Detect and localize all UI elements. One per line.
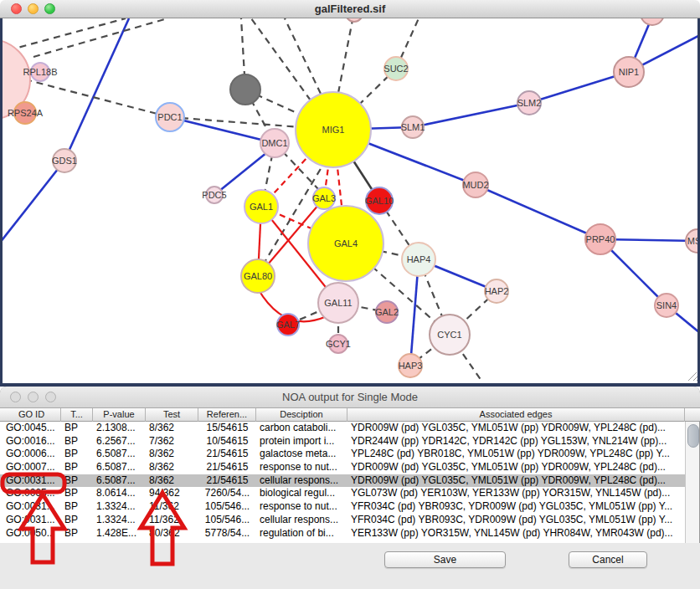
node-gal3-label: GAL3	[312, 193, 336, 203]
network-edge-blue	[64, 18, 129, 161]
noa-window: NOA output for Single Mode GO IDT...P-va…	[0, 387, 700, 589]
node-pdc5-label: PDC5	[202, 190, 226, 200]
noa-window-title: NOA output for Single Mode	[0, 391, 700, 403]
node-gal2-label: GAL2	[375, 307, 399, 317]
node-slm1-label: SLM1	[401, 122, 425, 132]
table-cell: GO:0031...	[3, 474, 61, 488]
table-cell: BP	[61, 487, 93, 500]
table-cell: 21/54615	[198, 474, 256, 488]
network-edge-blue	[413, 103, 529, 127]
table-cell: 1.3324...	[93, 500, 146, 514]
table-cell: 8/362	[146, 474, 198, 488]
noa-footer: Save Cancel	[0, 543, 700, 589]
node-hap3-label: HAP3	[399, 361, 423, 371]
table-row[interactable]: GO:0016...BP6.2567...7/36210/54615protei…	[0, 435, 685, 448]
node-rps24a-label: RPS24A	[8, 108, 44, 118]
node-cyc1-label: CYC1	[437, 330, 461, 340]
table-cell: protein import i...	[256, 435, 347, 448]
table-cell: 6.5087...	[93, 474, 146, 488]
resize-grip[interactable]	[691, 376, 697, 381]
table-row[interactable]: GO:0050...BP1.428E...80/3625778/54...reg…	[0, 527, 685, 540]
table-cell: 21/54615	[198, 461, 256, 474]
column-header-referen-[interactable]: Referen...	[198, 408, 256, 422]
table-cell: YER133W (pp) YOR315W, YNL145W (pd) YHR08…	[347, 527, 685, 540]
network-edge-dashed	[285, 18, 321, 94]
table-row[interactable]: GO:0045...BP2.1308...8/36215/54615carbon…	[0, 422, 685, 435]
table-cell: YDR009W (pd) YGL035C, YML051W (pp) YDR00…	[347, 461, 685, 474]
table-cell: 6.5087...	[93, 448, 146, 461]
table-row[interactable]: GO:0065...BP8.0614...94/3627260/54...bio…	[0, 487, 685, 500]
table-row[interactable]: GO:0006...BP6.5087...8/36221/54615galact…	[0, 448, 685, 461]
table-cell: GO:0050...	[3, 527, 61, 540]
table-cell: 21/54615	[198, 448, 256, 461]
node-gal7-label: GAL7	[276, 320, 300, 330]
column-header-go-id[interactable]: GO ID	[3, 408, 61, 422]
table-cell: GO:0045...	[3, 422, 61, 435]
table-cell: 8/362	[146, 422, 198, 435]
table-row[interactable]: GO:0031...BP1.3324...11/362105/546...res…	[0, 500, 685, 514]
node-top-right[interactable]	[641, 18, 664, 25]
column-header-p-value[interactable]: P-value	[93, 408, 146, 422]
node-gcy1-label: GCY1	[326, 339, 351, 349]
node-gal1-label: GAL1	[250, 202, 273, 212]
column-header-desciption[interactable]: Desciption	[256, 408, 347, 422]
table-cell: response to nut...	[256, 500, 347, 514]
network-edge-blue	[3, 161, 64, 243]
node-suc2-label: SUC2	[383, 64, 408, 74]
node-nip1-label: NIP1	[619, 67, 639, 77]
table-cell: 2.1308...	[93, 422, 146, 435]
table-cell: YFR034C (pd) YBR093C, YDR009W (pd) YGL03…	[347, 500, 685, 514]
column-header-associated-edges[interactable]: Associated edges	[347, 408, 685, 422]
network-canvas-frame: RPL18BRPS24AGDS1PDC1DMC1MIG1SUC2SLM1SLM2…	[0, 18, 700, 387]
table-cell: 5778/54...	[198, 527, 256, 540]
node-mud2-label: MUD2	[462, 180, 488, 190]
table-cell: GO:0016...	[3, 435, 61, 448]
table-cell: 15/54615	[198, 422, 256, 435]
table-cell: 7/362	[146, 435, 198, 448]
node-gray[interactable]	[230, 74, 260, 105]
vertical-scrollbar[interactable]	[685, 422, 699, 543]
table-cell: 7260/54...	[198, 487, 256, 500]
table-cell: BP	[61, 527, 93, 540]
node-msn-label: MSN	[687, 236, 697, 246]
network-window: galFiltered.sif RPL18BRPS24AGDS1PDC1DMC1…	[0, 0, 700, 387]
table-cell: 94/362	[146, 487, 198, 500]
table-cell: YGL073W (pd) YER103W, YER133W (pp) YOR31…	[347, 487, 685, 500]
column-header-t-[interactable]: T...	[61, 408, 93, 422]
table-cell: BP	[61, 422, 93, 435]
network-edge-dashed	[338, 20, 353, 93]
network-edge-blue	[476, 185, 600, 239]
scrollbar-thumb[interactable]	[687, 424, 699, 448]
table-row[interactable]: GO:0007...BP6.5087...8/36221/54615respon…	[0, 461, 685, 474]
table-cell: BP	[61, 461, 93, 474]
table-cell: 80/362	[146, 527, 198, 540]
node-gds1-label: GDS1	[52, 156, 77, 166]
table-cell: 105/546...	[198, 514, 256, 527]
node-sin4-label: SIN4	[656, 300, 677, 310]
table-cell: GO:0031...	[3, 514, 61, 527]
table-cell: BP	[61, 448, 93, 461]
table-row[interactable]: GO:0031...BP6.5087...8/36221/54615cellul…	[0, 474, 685, 488]
column-header-test[interactable]: Test	[146, 408, 198, 422]
node-gal10-label: GAL10	[365, 196, 394, 206]
node-prp40-label: PRP40	[586, 234, 615, 244]
save-button[interactable]: Save	[384, 551, 506, 568]
table-cell: 10/54615	[198, 435, 256, 448]
table-cell: regulation of bi...	[256, 527, 347, 540]
table-cell: BP	[61, 500, 93, 514]
node-top-center[interactable]	[346, 18, 363, 22]
table-cell: BP	[61, 435, 93, 448]
table-row[interactable]: GO:0031...BP1.3324...11/362105/546...cel…	[0, 514, 685, 527]
network-canvas[interactable]: RPL18BRPS24AGDS1PDC1DMC1MIG1SUC2SLM1SLM2…	[3, 18, 697, 381]
node-gal80-label: GAL80	[244, 271, 272, 281]
table-header: GO IDT...P-valueTestReferen...Desciption…	[0, 408, 700, 422]
node-dmc1-label: DMC1	[261, 138, 287, 148]
table-cell: GO:0007...	[3, 461, 61, 474]
cancel-button[interactable]: Cancel	[569, 551, 647, 568]
table-cell: YFR034C (pd) YBR093C, YDR009W (pd) YGL03…	[347, 514, 685, 527]
table-cell: 8.0614...	[93, 487, 146, 500]
node-gal4-label: GAL4	[334, 238, 358, 248]
noa-titlebar: NOA output for Single Mode	[0, 387, 700, 408]
node-slm2-label: SLM2	[517, 98, 542, 108]
table-cell: 11/362	[146, 500, 198, 514]
